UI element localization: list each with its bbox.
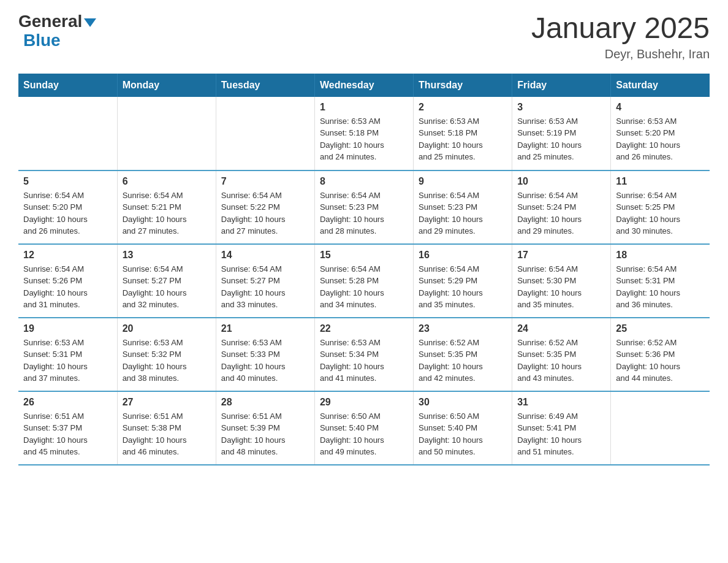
calendar-cell: 23Sunrise: 6:52 AM Sunset: 5:35 PM Dayli… — [414, 318, 512, 391]
day-number: 31 — [517, 397, 605, 408]
day-number: 17 — [517, 250, 605, 261]
calendar-cell: 7Sunrise: 6:54 AM Sunset: 5:22 PM Daylig… — [216, 170, 314, 244]
day-number: 1 — [320, 102, 408, 113]
calendar-cell: 19Sunrise: 6:53 AM Sunset: 5:31 PM Dayli… — [18, 318, 117, 391]
day-number: 18 — [616, 250, 705, 261]
calendar-subtitle: Deyr, Bushehr, Iran — [531, 47, 710, 61]
calendar-cell: 2Sunrise: 6:53 AM Sunset: 5:18 PM Daylig… — [414, 97, 512, 170]
day-info: Sunrise: 6:53 AM Sunset: 5:34 PM Dayligh… — [320, 337, 408, 385]
day-number: 11 — [616, 176, 705, 187]
day-number: 22 — [320, 323, 408, 334]
day-info: Sunrise: 6:49 AM Sunset: 5:41 PM Dayligh… — [517, 410, 605, 458]
calendar-cell: 26Sunrise: 6:51 AM Sunset: 5:37 PM Dayli… — [18, 391, 117, 465]
day-info: Sunrise: 6:54 AM Sunset: 5:24 PM Dayligh… — [517, 190, 605, 237]
day-number: 13 — [123, 250, 211, 261]
day-info: Sunrise: 6:53 AM Sunset: 5:32 PM Dayligh… — [123, 337, 211, 385]
calendar-cell: 3Sunrise: 6:53 AM Sunset: 5:19 PM Daylig… — [512, 97, 611, 170]
calendar-cell — [18, 97, 117, 170]
calendar-cell: 20Sunrise: 6:53 AM Sunset: 5:32 PM Dayli… — [117, 318, 216, 391]
day-info: Sunrise: 6:53 AM Sunset: 5:20 PM Dayligh… — [616, 115, 705, 163]
calendar-cell: 13Sunrise: 6:54 AM Sunset: 5:27 PM Dayli… — [117, 244, 216, 318]
calendar-cell: 12Sunrise: 6:54 AM Sunset: 5:26 PM Dayli… — [18, 244, 117, 318]
day-info: Sunrise: 6:51 AM Sunset: 5:37 PM Dayligh… — [23, 410, 112, 458]
calendar-cell: 11Sunrise: 6:54 AM Sunset: 5:25 PM Dayli… — [611, 170, 710, 244]
day-number: 8 — [320, 176, 408, 187]
day-number: 20 — [123, 323, 211, 334]
day-info: Sunrise: 6:54 AM Sunset: 5:29 PM Dayligh… — [419, 263, 507, 311]
day-info: Sunrise: 6:52 AM Sunset: 5:36 PM Dayligh… — [616, 337, 705, 385]
day-number: 27 — [123, 397, 211, 408]
day-info: Sunrise: 6:53 AM Sunset: 5:18 PM Dayligh… — [419, 115, 507, 163]
day-number: 30 — [419, 397, 507, 408]
column-header-thursday: Thursday — [414, 74, 512, 97]
calendar-cell — [611, 391, 710, 465]
calendar-cell: 4Sunrise: 6:53 AM Sunset: 5:20 PM Daylig… — [611, 97, 710, 170]
day-info: Sunrise: 6:53 AM Sunset: 5:18 PM Dayligh… — [320, 115, 408, 163]
day-number: 16 — [419, 250, 507, 261]
day-number: 9 — [419, 176, 507, 187]
calendar-week-row: 26Sunrise: 6:51 AM Sunset: 5:37 PM Dayli… — [18, 391, 710, 465]
day-info: Sunrise: 6:54 AM Sunset: 5:31 PM Dayligh… — [616, 263, 705, 311]
day-number: 12 — [23, 250, 112, 261]
calendar-cell: 27Sunrise: 6:51 AM Sunset: 5:38 PM Dayli… — [117, 391, 216, 465]
day-info: Sunrise: 6:54 AM Sunset: 5:23 PM Dayligh… — [419, 190, 507, 237]
day-info: Sunrise: 6:54 AM Sunset: 5:21 PM Dayligh… — [123, 190, 211, 237]
day-number: 23 — [419, 323, 507, 334]
day-number: 5 — [23, 176, 112, 187]
day-number: 28 — [221, 397, 309, 408]
calendar-cell: 25Sunrise: 6:52 AM Sunset: 5:36 PM Dayli… — [611, 318, 710, 391]
calendar-cell: 18Sunrise: 6:54 AM Sunset: 5:31 PM Dayli… — [611, 244, 710, 318]
calendar-cell: 5Sunrise: 6:54 AM Sunset: 5:20 PM Daylig… — [18, 170, 117, 244]
day-number: 14 — [221, 250, 309, 261]
page-header: General Blue January 2025 Deyr, Bushehr,… — [18, 12, 710, 61]
column-header-wednesday: Wednesday — [314, 74, 413, 97]
calendar-cell: 22Sunrise: 6:53 AM Sunset: 5:34 PM Dayli… — [314, 318, 413, 391]
calendar-cell: 8Sunrise: 6:54 AM Sunset: 5:23 PM Daylig… — [314, 170, 413, 244]
day-info: Sunrise: 6:54 AM Sunset: 5:28 PM Dayligh… — [320, 263, 408, 311]
day-number: 15 — [320, 250, 408, 261]
calendar-cell: 17Sunrise: 6:54 AM Sunset: 5:30 PM Dayli… — [512, 244, 611, 318]
day-info: Sunrise: 6:54 AM Sunset: 5:26 PM Dayligh… — [23, 263, 112, 311]
day-info: Sunrise: 6:50 AM Sunset: 5:40 PM Dayligh… — [419, 410, 507, 458]
calendar-cell — [117, 97, 216, 170]
column-header-saturday: Saturday — [611, 74, 710, 97]
calendar-week-row: 5Sunrise: 6:54 AM Sunset: 5:20 PM Daylig… — [18, 170, 710, 244]
day-info: Sunrise: 6:51 AM Sunset: 5:38 PM Dayligh… — [123, 410, 211, 458]
day-info: Sunrise: 6:52 AM Sunset: 5:35 PM Dayligh… — [517, 337, 605, 385]
day-info: Sunrise: 6:54 AM Sunset: 5:27 PM Dayligh… — [123, 263, 211, 311]
title-section: January 2025 Deyr, Bushehr, Iran — [531, 12, 710, 61]
day-info: Sunrise: 6:54 AM Sunset: 5:27 PM Dayligh… — [221, 263, 309, 311]
calendar-cell: 24Sunrise: 6:52 AM Sunset: 5:35 PM Dayli… — [512, 318, 611, 391]
day-number: 26 — [23, 397, 112, 408]
day-number: 25 — [616, 323, 705, 334]
day-info: Sunrise: 6:53 AM Sunset: 5:19 PM Dayligh… — [517, 115, 605, 163]
calendar-cell: 14Sunrise: 6:54 AM Sunset: 5:27 PM Dayli… — [216, 244, 314, 318]
day-number: 21 — [221, 323, 309, 334]
calendar-title: January 2025 — [531, 12, 710, 45]
calendar-cell: 21Sunrise: 6:53 AM Sunset: 5:33 PM Dayli… — [216, 318, 314, 391]
calendar-cell — [216, 97, 314, 170]
day-number: 2 — [419, 102, 507, 113]
day-info: Sunrise: 6:53 AM Sunset: 5:31 PM Dayligh… — [23, 337, 112, 385]
calendar-cell: 30Sunrise: 6:50 AM Sunset: 5:40 PM Dayli… — [414, 391, 512, 465]
calendar-cell: 6Sunrise: 6:54 AM Sunset: 5:21 PM Daylig… — [117, 170, 216, 244]
column-header-tuesday: Tuesday — [216, 74, 314, 97]
logo-general-text: General — [18, 12, 82, 31]
calendar-cell: 28Sunrise: 6:51 AM Sunset: 5:39 PM Dayli… — [216, 391, 314, 465]
calendar-week-row: 19Sunrise: 6:53 AM Sunset: 5:31 PM Dayli… — [18, 318, 710, 391]
day-info: Sunrise: 6:54 AM Sunset: 5:22 PM Dayligh… — [221, 190, 309, 237]
calendar-cell: 29Sunrise: 6:50 AM Sunset: 5:40 PM Dayli… — [314, 391, 413, 465]
day-number: 3 — [517, 102, 605, 113]
day-number: 24 — [517, 323, 605, 334]
calendar-cell: 15Sunrise: 6:54 AM Sunset: 5:28 PM Dayli… — [314, 244, 413, 318]
day-number: 6 — [123, 176, 211, 187]
logo-blue-text: Blue — [23, 31, 61, 50]
day-info: Sunrise: 6:52 AM Sunset: 5:35 PM Dayligh… — [419, 337, 507, 385]
logo-arrow-icon — [84, 18, 96, 27]
calendar-cell: 31Sunrise: 6:49 AM Sunset: 5:41 PM Dayli… — [512, 391, 611, 465]
logo: General Blue — [18, 12, 96, 50]
calendar-header-row: SundayMondayTuesdayWednesdayThursdayFrid… — [18, 74, 710, 97]
calendar-cell: 10Sunrise: 6:54 AM Sunset: 5:24 PM Dayli… — [512, 170, 611, 244]
day-number: 7 — [221, 176, 309, 187]
calendar-week-row: 1Sunrise: 6:53 AM Sunset: 5:18 PM Daylig… — [18, 97, 710, 170]
